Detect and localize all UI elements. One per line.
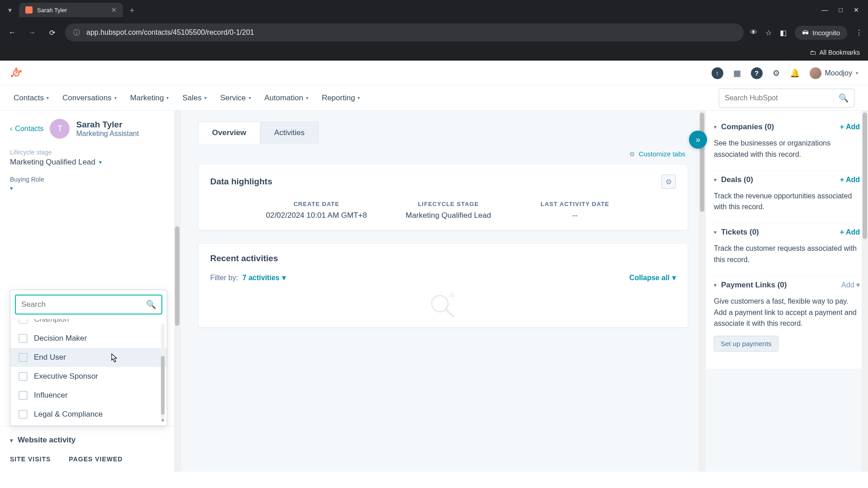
nav-service[interactable]: Service▾ [220,94,251,103]
website-activity-toggle[interactable]: ▾ Website activity [10,436,170,445]
hubspot-favicon [25,6,33,14]
back-icon[interactable]: ← [5,26,19,39]
site-info-icon[interactable]: ⓘ [73,28,80,37]
hubspot-logo-icon[interactable] [10,67,23,80]
reload-icon[interactable]: ⟳ [45,26,59,39]
marketplace-icon[interactable]: ▦ [733,68,741,78]
close-window-icon[interactable]: ✕ [854,6,859,14]
minimize-icon[interactable]: ― [822,6,828,14]
checkbox[interactable] [19,334,28,343]
chevron-down-icon[interactable]: ▾ [714,124,717,130]
nav-marketing[interactable]: Marketing▾ [130,94,169,103]
nav-contacts[interactable]: Contacts▾ [14,94,49,103]
scroll-thumb[interactable] [700,113,704,212]
buying-role-select-trigger[interactable]: ▾ [10,185,13,192]
activities-filter-dropdown[interactable]: 7 activities ▾ [242,273,286,282]
buying-role-label: Buying Role [10,176,170,183]
checkbox[interactable] [19,353,28,362]
tab-overview[interactable]: Overview [198,122,260,144]
global-search[interactable]: 🔍 [719,89,854,108]
dropdown-scrollbar[interactable]: ▲ ▼ [160,324,166,421]
option-decision-maker[interactable]: Decision Maker [10,329,167,348]
add-deal-button[interactable]: + Add [840,176,860,184]
buying-role-dropdown: 🔍 Champion Decision Maker End User Execu… [10,290,167,426]
tab-pages-viewed[interactable]: PAGES VIEWED [69,455,123,463]
notifications-bell-icon[interactable]: 🔔 [790,68,800,78]
contact-name: Sarah Tyler [76,120,139,130]
nav-automation[interactable]: Automation▾ [264,94,308,103]
window-controls: ― □ ✕ [822,6,864,14]
user-menu[interactable]: Moodjoy ▾ [810,67,858,79]
card-settings-button[interactable]: ⚙ [661,174,676,189]
upgrade-icon[interactable]: ↑ [712,67,723,79]
customize-tabs-link[interactable]: ⚙ Customize tabs [201,150,685,158]
chevron-down-icon[interactable]: ▾ [714,177,717,183]
chevron-down-icon: ▾ [114,95,117,100]
mid-scrollbar[interactable] [699,111,705,472]
checkbox[interactable] [19,319,28,324]
add-ticket-button[interactable]: + Add [840,228,860,236]
add-company-button[interactable]: + Add [840,123,860,131]
left-scrollbar[interactable] [174,111,180,472]
search-icon[interactable]: 🔍 [146,300,156,310]
right-scrollbar[interactable] [862,111,868,472]
hubspot-app: ↑ ▦ ? ⚙ 🔔 Moodjoy ▾ Contacts▾ Conversati… [0,61,868,472]
section-payment-links: ▾ Payment Links (0) Add ▾ Give customers… [714,276,860,361]
browser-tab[interactable]: Sarah Tyler ✕ [19,3,123,17]
setup-payments-button[interactable]: Set up payments [714,336,778,352]
close-tab-icon[interactable]: ✕ [111,6,117,14]
browser-menu-icon[interactable]: ⋮ [855,28,863,37]
tab-site-visits[interactable]: SITE VISITS [10,455,51,463]
forward-icon[interactable]: → [25,26,39,39]
option-champion[interactable]: Champion [10,319,167,329]
option-end-user[interactable]: End User [10,348,167,367]
option-legal-compliance[interactable]: Legal & Compliance [10,405,167,424]
bookmark-star-icon[interactable]: ☆ [765,28,772,37]
new-tab-button[interactable]: ＋ [126,4,138,16]
collapse-all-button[interactable]: Collapse all ▾ [629,273,676,282]
chevron-down-icon[interactable]: ▾ [714,282,717,288]
back-to-contacts-link[interactable]: ‹ Contacts [10,125,43,133]
scroll-thumb[interactable] [175,226,179,326]
settings-gear-icon[interactable]: ⚙ [773,68,780,78]
search-icon[interactable]: 🔍 [839,93,849,103]
dropdown-search[interactable]: 🔍 [15,295,162,314]
dropdown-search-input[interactable] [21,300,146,309]
contact-avatar[interactable]: T [50,119,70,139]
chevron-down-icon: ▾ [10,437,13,444]
side-panel-icon[interactable]: ◧ [780,28,787,37]
lifecycle-stage-select[interactable]: Marketing Qualified Lead ▾ [10,158,170,167]
checkbox[interactable] [19,372,28,381]
recent-activities-card: Recent activities Filter by: 7 activitie… [198,243,688,328]
nav-reporting[interactable]: Reporting▾ [322,94,360,103]
tab-activities[interactable]: Activities [260,122,319,144]
checkbox[interactable] [19,410,28,419]
nav-conversations[interactable]: Conversations▾ [62,94,117,103]
option-influencer[interactable]: Influencer [10,386,167,405]
incognito-icon: 🕶 [802,29,809,37]
tab-list-dropdown[interactable]: ▾ [4,4,16,16]
expand-sidebar-button[interactable]: » [689,131,707,149]
tracking-blocked-icon[interactable]: 👁 [750,28,757,37]
checkbox[interactable] [19,391,28,400]
option-executive-sponsor[interactable]: Executive Sponsor [10,367,167,386]
card-title: Recent activities [210,253,676,263]
search-input[interactable] [725,94,839,102]
chevron-down-icon[interactable]: ▾ [714,229,717,235]
incognito-indicator[interactable]: 🕶 Incognito [795,26,847,40]
nav-sales[interactable]: Sales▾ [182,94,207,103]
card-title: Data highlights [210,177,272,187]
section-tickets: ▾ Tickets (0) + Add Track the customer r… [714,223,860,276]
scroll-thumb[interactable] [863,113,867,239]
help-icon[interactable]: ? [751,67,763,79]
maximize-icon[interactable]: □ [839,6,843,14]
scroll-down-arrow-icon[interactable]: ▼ [160,418,165,423]
chevron-right-double-icon: » [696,135,700,145]
url-input[interactable]: ⓘ app.hubspot.com/contacts/45105500/reco… [65,23,744,42]
add-payment-link-dropdown[interactable]: Add ▾ [841,281,860,289]
all-bookmarks-link[interactable]: All Bookmarks [820,49,860,56]
scroll-thumb[interactable] [161,356,165,415]
app-top-bar: ↑ ▦ ? ⚙ 🔔 Moodjoy ▾ [0,61,868,85]
chevron-down-icon: ▾ [47,95,49,100]
tab-title: Sarah Tyler [37,7,107,14]
